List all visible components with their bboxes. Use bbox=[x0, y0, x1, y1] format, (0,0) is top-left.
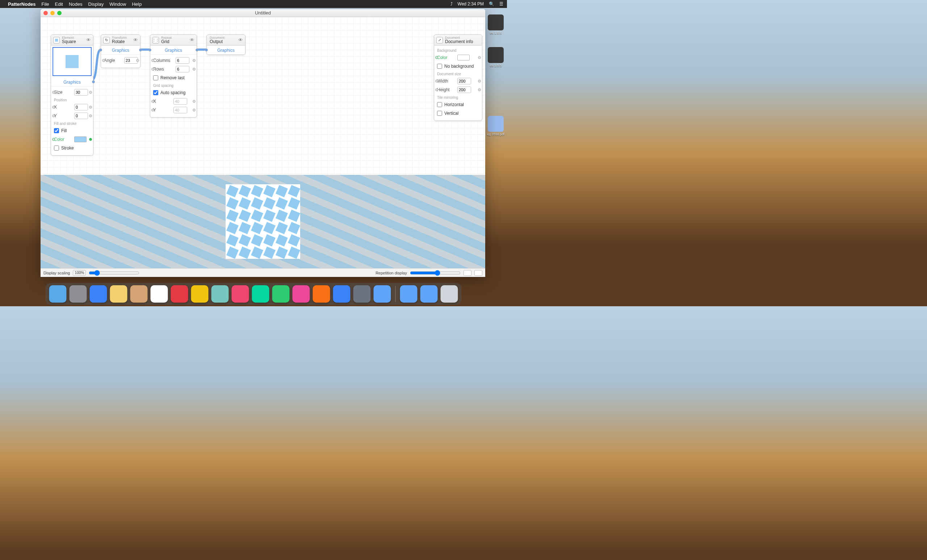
vert-checkbox[interactable] bbox=[437, 111, 442, 116]
horiz-checkbox[interactable] bbox=[437, 102, 442, 107]
preview-tile bbox=[226, 184, 300, 259]
node-header[interactable]: DocumentOutput 👁 bbox=[207, 35, 245, 46]
dock-app[interactable] bbox=[293, 285, 310, 303]
dock-app[interactable] bbox=[420, 285, 438, 303]
spacing-header: Grid spacing bbox=[153, 83, 194, 88]
preview-pane[interactable] bbox=[41, 175, 485, 268]
scale-value[interactable]: 100% bbox=[73, 270, 86, 276]
menu-file[interactable]: File bbox=[42, 2, 49, 7]
node-preview bbox=[53, 47, 92, 76]
status-bar: Display scaling 100% Repetition display bbox=[41, 268, 485, 277]
fillstroke-header: Fill and stroke bbox=[54, 121, 90, 126]
bg-header: Background bbox=[437, 49, 479, 53]
docsize-header: Document size bbox=[437, 72, 479, 76]
node-header[interactable]: ElementSquare 👁 bbox=[51, 35, 93, 46]
auto-spacing-checkbox[interactable] bbox=[153, 90, 158, 95]
dock-app[interactable] bbox=[313, 285, 330, 303]
dock-app[interactable] bbox=[441, 285, 458, 303]
color-label: Color bbox=[54, 137, 72, 142]
menu-help[interactable]: Help bbox=[132, 2, 141, 7]
repetition-label: Repetition display bbox=[375, 271, 407, 275]
node-header[interactable]: ↻ TransformRotate 👁 bbox=[101, 35, 140, 46]
dock-app[interactable] bbox=[374, 285, 391, 303]
dock-app[interactable] bbox=[150, 285, 168, 303]
graphics-io: Graphics bbox=[150, 46, 197, 55]
position-header: Position bbox=[54, 98, 90, 102]
doc-width-input[interactable] bbox=[457, 78, 471, 84]
dock-app[interactable] bbox=[333, 285, 351, 303]
node-output[interactable]: DocumentOutput 👁 Graphics bbox=[207, 34, 246, 55]
display-scaling-label: Display scaling bbox=[44, 271, 70, 275]
macos-menubar: PatterNodes File Edit Nodes Display Wind… bbox=[0, 0, 507, 8]
desktop-icon[interactable]: ид 2016.pdf bbox=[487, 116, 505, 136]
desktop-icon[interactable]: es 1.8.5 bbox=[487, 47, 505, 67]
document-icon: ⤢ bbox=[436, 37, 443, 44]
output-graphics: Graphics bbox=[51, 77, 93, 87]
titlebar[interactable]: Untitled bbox=[41, 9, 485, 17]
repetition-slider[interactable] bbox=[410, 270, 460, 276]
eye-icon[interactable]: 👁 bbox=[133, 37, 138, 43]
nobg-checkbox[interactable] bbox=[437, 64, 442, 69]
stroke-checkbox[interactable] bbox=[54, 146, 59, 150]
dock-app[interactable] bbox=[353, 285, 371, 303]
node-square[interactable]: ElementSquare 👁 Graphics Size Position X… bbox=[51, 34, 93, 156]
node-header[interactable]: ⤢ DocumentDocument info bbox=[434, 35, 482, 46]
menu-extras-icon[interactable]: ☰ bbox=[499, 2, 503, 6]
eye-icon[interactable]: 👁 bbox=[190, 37, 195, 43]
desktop-icon[interactable]: es 1.8.5 bbox=[487, 15, 505, 35]
fullscreen-button[interactable] bbox=[474, 270, 482, 276]
eye-icon[interactable]: 👁 bbox=[238, 37, 243, 43]
square-icon bbox=[53, 37, 60, 44]
bg-color-well[interactable] bbox=[457, 55, 470, 61]
fill-checkbox[interactable] bbox=[54, 128, 59, 133]
scale-slider[interactable] bbox=[89, 270, 140, 276]
dock-app[interactable] bbox=[232, 285, 249, 303]
node-header[interactable]: ⋮⋮ RepeatGrid 👁 bbox=[150, 35, 197, 46]
window-title: Untitled bbox=[41, 10, 485, 15]
node-rotate[interactable]: ↻ TransformRotate 👁 Graphics Angle bbox=[101, 34, 140, 68]
dock-app[interactable] bbox=[211, 285, 229, 303]
eye-icon[interactable]: 👁 bbox=[86, 37, 91, 43]
dock-app[interactable] bbox=[252, 285, 269, 303]
dock-app[interactable] bbox=[70, 285, 87, 303]
dock-app[interactable] bbox=[49, 285, 67, 303]
grid-x-input bbox=[173, 98, 187, 105]
dock-app[interactable] bbox=[400, 285, 418, 303]
columns-input[interactable] bbox=[176, 57, 189, 64]
menubar-app[interactable]: PatterNodes bbox=[8, 2, 36, 7]
dock-app[interactable] bbox=[272, 285, 290, 303]
grid-icon: ⋮⋮ bbox=[152, 37, 159, 44]
fill-color-well[interactable] bbox=[74, 137, 87, 142]
mirror-header: Tile mirroring bbox=[437, 96, 479, 100]
dock-app[interactable] bbox=[110, 285, 128, 303]
menu-window[interactable]: Window bbox=[109, 2, 126, 7]
app-window: Untitled ElementSquare 👁 Graphics Size P… bbox=[41, 9, 485, 277]
macos-dock[interactable] bbox=[46, 283, 462, 305]
view-mode-button[interactable] bbox=[464, 270, 471, 276]
spotlight-icon[interactable]: 🔍 bbox=[489, 2, 494, 6]
graphics-input: Graphics bbox=[207, 46, 245, 55]
remove-last-checkbox[interactable] bbox=[153, 75, 158, 80]
pos-x-input[interactable] bbox=[74, 104, 88, 111]
status-icon[interactable]: ⤴ bbox=[450, 2, 453, 6]
dock-app[interactable] bbox=[171, 285, 188, 303]
node-document-info[interactable]: ⤢ DocumentDocument info Background Color… bbox=[434, 34, 482, 121]
graphics-io: Graphics bbox=[101, 46, 140, 55]
size-input[interactable] bbox=[74, 89, 88, 96]
pos-y-input[interactable] bbox=[74, 112, 88, 119]
dock-app[interactable] bbox=[191, 285, 208, 303]
node-grid[interactable]: ⋮⋮ RepeatGrid 👁 Graphics Columns Rows Re… bbox=[150, 34, 197, 118]
menu-nodes[interactable]: Nodes bbox=[69, 2, 82, 7]
dock-app[interactable] bbox=[90, 285, 107, 303]
menu-display[interactable]: Display bbox=[88, 2, 104, 7]
bg-color-label: Color bbox=[437, 55, 455, 60]
menu-edit[interactable]: Edit bbox=[55, 2, 63, 7]
preview-shape bbox=[65, 55, 79, 68]
node-canvas[interactable]: ElementSquare 👁 Graphics Size Position X… bbox=[41, 17, 485, 175]
rows-input[interactable] bbox=[176, 66, 189, 73]
dock-app[interactable] bbox=[130, 285, 148, 303]
grid-y-input bbox=[173, 107, 187, 113]
rotate-icon: ↻ bbox=[103, 37, 110, 44]
doc-height-input[interactable] bbox=[457, 87, 471, 93]
menubar-clock: Wed 2:34 PM bbox=[458, 2, 484, 6]
